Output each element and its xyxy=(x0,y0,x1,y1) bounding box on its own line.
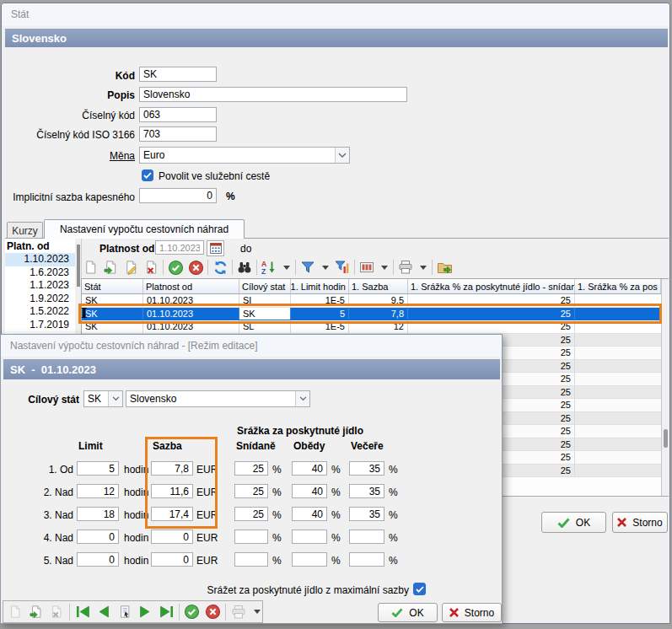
calendar-button[interactable] xyxy=(207,240,224,256)
confirm-icon[interactable] xyxy=(184,603,201,621)
nav-prev-icon[interactable] xyxy=(95,603,112,621)
limit-input[interactable] xyxy=(77,507,119,521)
obedy-input[interactable] xyxy=(292,530,327,544)
filter-values-icon[interactable] xyxy=(334,259,351,277)
date-list-item[interactable]: 1.5.2022 xyxy=(5,305,75,319)
new-icon[interactable] xyxy=(82,259,99,277)
limit-input[interactable] xyxy=(77,552,119,567)
snidane-input[interactable] xyxy=(234,461,268,476)
dialog-storno-button[interactable]: Storno xyxy=(442,603,502,622)
confirm-icon[interactable] xyxy=(167,259,184,277)
delete-icon[interactable] xyxy=(142,259,159,277)
date-list-item[interactable]: 1.10.2023 xyxy=(5,253,75,266)
date-list-item[interactable]: 1.9.2022 xyxy=(5,293,75,306)
chevron-down-icon[interactable] xyxy=(108,391,122,406)
record-list-icon[interactable] xyxy=(116,603,133,621)
nav-next-icon[interactable] xyxy=(137,603,153,621)
cancel-icon[interactable] xyxy=(187,259,204,277)
search-binoculars-icon[interactable] xyxy=(236,259,253,277)
new-icon[interactable] xyxy=(7,603,24,621)
ciselny-kod-input[interactable] xyxy=(139,107,217,122)
obedy-input[interactable] xyxy=(292,484,327,498)
snidane-input[interactable] xyxy=(234,507,268,521)
print-icon[interactable] xyxy=(230,603,247,621)
tab-kurzy[interactable]: Kurzy xyxy=(7,222,43,239)
vecere-input[interactable] xyxy=(349,507,384,521)
cilovy-code-combobox[interactable]: SK xyxy=(83,390,123,407)
date-list-item[interactable]: 1.7.2019 xyxy=(5,319,75,332)
date-list-item[interactable]: 1.1.2023 xyxy=(5,279,75,293)
limit-input[interactable] xyxy=(77,530,119,544)
ok-button[interactable]: OK xyxy=(541,512,606,533)
cilovy-name-combobox[interactable]: Slovensko xyxy=(126,390,310,407)
sazba-input[interactable] xyxy=(151,461,193,476)
nav-last-icon[interactable] xyxy=(158,603,175,621)
filter-icon[interactable] xyxy=(299,259,316,277)
table-scrollbar[interactable] xyxy=(661,279,669,496)
vecere-input[interactable] xyxy=(349,552,384,567)
kod-input[interactable] xyxy=(139,67,217,82)
obedy-input[interactable] xyxy=(292,507,327,521)
mena-combobox[interactable]: Euro xyxy=(139,147,350,164)
sort-dropdown-icon[interactable] xyxy=(281,259,292,277)
limit-input[interactable] xyxy=(77,461,119,476)
obedy-input[interactable] xyxy=(292,552,327,567)
col-header-cilovy[interactable]: Cílový stat xyxy=(239,279,291,294)
dialog-ok-button[interactable]: OK xyxy=(378,603,438,622)
col-header-platnost[interactable]: Platnost od xyxy=(143,279,239,294)
copy-icon[interactable] xyxy=(28,603,45,621)
nav-first-icon[interactable] xyxy=(74,603,91,621)
table-row[interactable]: SK 01.10.2023 SL 1E-5 12 25 xyxy=(82,320,668,334)
vecere-input[interactable] xyxy=(349,530,384,544)
platnost-od-input[interactable] xyxy=(155,240,204,255)
srazet-checkbox[interactable] xyxy=(413,583,426,595)
sazba-input[interactable] xyxy=(151,552,193,567)
table-row-selected[interactable]: SK 01.10.2023 SK 5 7,8 25 xyxy=(82,308,668,321)
cell-srazka2 xyxy=(575,438,661,451)
iso-kod-input[interactable] xyxy=(139,126,217,142)
check-icon xyxy=(416,586,424,593)
kapesne-input[interactable] xyxy=(139,188,217,203)
columns-dropdown-icon[interactable] xyxy=(379,259,390,277)
cancel-icon[interactable] xyxy=(205,603,222,621)
print-dropdown-icon[interactable] xyxy=(251,603,262,621)
columns-icon[interactable] xyxy=(358,259,375,277)
snidane-input[interactable] xyxy=(234,484,268,498)
date-list-scrollbar-thumb[interactable] xyxy=(77,245,80,287)
filter-dropdown-icon[interactable] xyxy=(320,259,331,277)
col-header-srazka-2[interactable]: 1. Srážka % za pos xyxy=(575,279,661,294)
delete-icon[interactable] xyxy=(49,603,66,621)
refresh-icon[interactable] xyxy=(212,259,228,277)
chevron-down-icon[interactable] xyxy=(295,391,309,406)
toolbar-separator xyxy=(163,260,164,275)
col-header-limit[interactable]: 1. Limit hodin xyxy=(291,279,349,294)
print-icon[interactable] xyxy=(397,259,414,277)
cell-cilovy-editing[interactable]: SK xyxy=(239,308,291,320)
sazba-input[interactable] xyxy=(151,530,193,544)
col-header-stat[interactable]: Stát xyxy=(82,279,143,294)
copy-icon[interactable] xyxy=(102,259,119,277)
snidane-input[interactable] xyxy=(234,530,268,544)
sazba-input[interactable] xyxy=(151,484,193,498)
edit-icon[interactable] xyxy=(122,259,139,277)
table-row[interactable]: SK 01.10.2023 SI 1E-5 9,5 25 xyxy=(82,294,668,308)
popis-input[interactable] xyxy=(139,87,407,102)
print-dropdown-icon[interactable] xyxy=(417,259,428,277)
export-folder-icon[interactable] xyxy=(436,259,453,277)
tab-nastaveni-nahrad[interactable]: Nastavení vypočtu cestovních náhrad xyxy=(44,219,245,239)
sazba-input[interactable] xyxy=(151,507,193,521)
storno-button[interactable]: Storno xyxy=(612,512,668,533)
vecere-input[interactable] xyxy=(349,461,384,476)
vecere-input[interactable] xyxy=(349,484,384,498)
table-scrollbar-thumb[interactable] xyxy=(664,429,668,448)
povolit-checkbox[interactable] xyxy=(142,169,153,181)
chevron-down-icon[interactable] xyxy=(335,148,349,163)
sort-az-icon[interactable]: AZ xyxy=(261,259,277,277)
snidane-input[interactable] xyxy=(234,552,268,567)
limit-input[interactable] xyxy=(77,484,119,498)
mena-value: Euro xyxy=(140,149,335,161)
col-header-srazka-snidane[interactable]: 1. Srážka % za poskytnuté jídlo - snídan… xyxy=(408,279,575,294)
col-header-sazba[interactable]: 1. Sazba xyxy=(349,279,408,294)
obedy-input[interactable] xyxy=(292,461,327,476)
date-list-item[interactable]: 1.6.2023 xyxy=(5,266,75,280)
